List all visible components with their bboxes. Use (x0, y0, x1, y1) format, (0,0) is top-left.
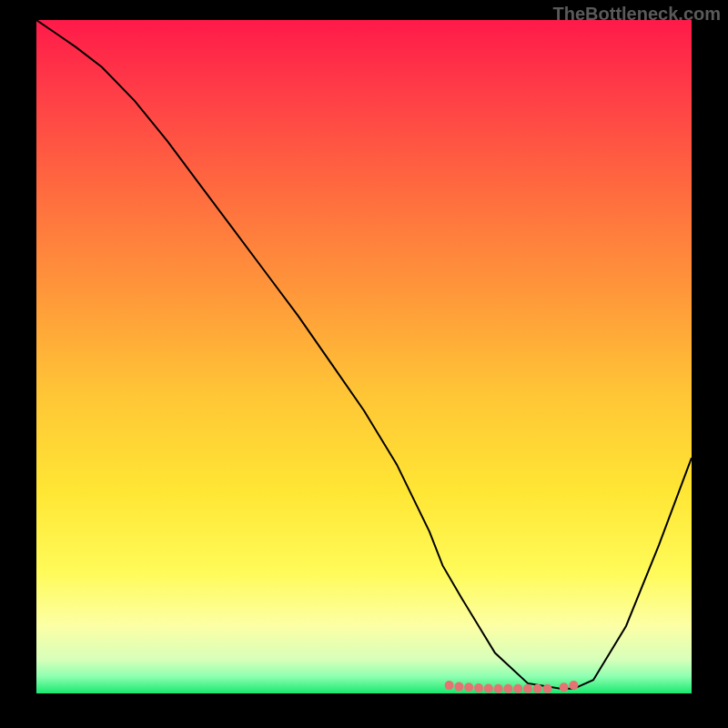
valley-dot (494, 684, 503, 693)
valley-markers (445, 681, 579, 693)
valley-dot (569, 681, 578, 690)
valley-dot (543, 684, 552, 693)
plot-area (36, 20, 692, 693)
valley-dot (474, 683, 483, 693)
watermark-text: TheBottleneck.com (553, 4, 721, 25)
valley-dot (445, 681, 454, 690)
valley-dot (523, 684, 532, 693)
valley-dot (513, 684, 522, 693)
bottleneck-curve (36, 20, 692, 689)
valley-dot (464, 682, 473, 692)
valley-dot (454, 682, 463, 692)
valley-dot (484, 684, 493, 693)
valley-dot (503, 684, 512, 693)
chart-svg (36, 20, 692, 693)
valley-dot (533, 684, 542, 693)
valley-dot (560, 682, 569, 692)
